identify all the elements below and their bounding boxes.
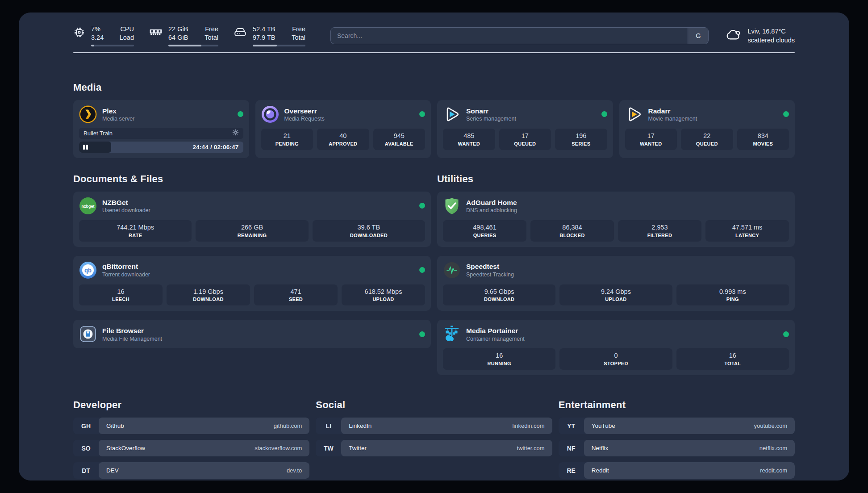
section-title-developer: Developer (73, 399, 309, 411)
app-card-nzbget[interactable]: nzbget NZBGet Usenet downloader 74 (73, 192, 431, 247)
overseerr-icon (261, 105, 279, 123)
stat-value: 16 (678, 351, 787, 360)
bookmark-abbr: DT (73, 462, 99, 479)
memory-values: 22 GiB 64 GiB (168, 25, 188, 42)
stat-value: 9.65 Gbps (445, 288, 554, 296)
plex-now-playing: Bullet Train 24:44 / 02:06:4 (79, 128, 243, 153)
disk-total-label: Total (292, 33, 305, 42)
status-online-dot (419, 111, 425, 117)
stat-value: 945 (375, 132, 424, 140)
app-description: Media server (102, 116, 134, 122)
stat-label: PENDING (263, 141, 312, 146)
stat-box: 471 SEED (254, 284, 338, 306)
bookmark-name: Netflix (592, 445, 609, 451)
app-card-sonarr[interactable]: Sonarr Series management 485 WANTED 17 Q… (437, 100, 613, 158)
status-online-dot (238, 111, 243, 117)
bookmark-reddit[interactable]: RE Reddit reddit.com (559, 462, 795, 479)
stat-box: 1.19 Gbps DOWNLOAD (167, 284, 250, 306)
app-description: Series management (466, 116, 516, 122)
app-stats: 21 PENDING 40 APPROVED 945 AVAILABLE (261, 129, 426, 150)
cpu-stat-widget: 7% 3.24 CPU Load (73, 25, 134, 46)
bookmark-abbr: NF (559, 440, 584, 456)
app-name: Sonarr (466, 107, 516, 115)
stat-box: 40 APPROVED (317, 129, 369, 150)
app-card-adguard[interactable]: AdGuard Home DNS and adblocking 498,461 … (437, 192, 795, 247)
stat-value: 834 (739, 132, 788, 140)
app-name: NZBGet (102, 198, 150, 207)
bookmark-github[interactable]: GH Github github.com (73, 418, 309, 434)
stat-value: 266 GB (197, 223, 306, 232)
status-online-dot (783, 331, 789, 337)
weather-widget: Lviv, 16.87°C scattered clouds (725, 27, 795, 45)
app-card-filebrowser[interactable]: File Browser Media File Management (73, 320, 431, 348)
bookmark-dev[interactable]: DT DEV dev.to (73, 462, 309, 479)
qbittorrent-icon: qb (79, 261, 97, 279)
bookmark-netflix[interactable]: NF Netflix netflix.com (559, 440, 795, 456)
section-title-media: Media (73, 82, 795, 93)
app-card-speedtest[interactable]: Speedtest Speedtest Tracking 9.65 Gbps D… (437, 256, 795, 311)
section-title-social: Social (316, 399, 552, 411)
stat-label: QUEUED (683, 141, 731, 146)
radarr-icon (625, 105, 643, 123)
section-title-documents: Documents & Files (73, 173, 431, 185)
stat-box: 16 RUNNING (443, 348, 555, 370)
stat-label: RUNNING (445, 361, 554, 366)
search-input[interactable] (331, 28, 688, 44)
app-description: Movie management (648, 116, 697, 122)
disk-values: 52.4 TB 97.9 TB (253, 25, 275, 42)
search-engine-button[interactable]: G (688, 28, 708, 44)
settings-gear-icon[interactable] (232, 129, 239, 137)
hard-drive-icon (234, 25, 247, 38)
app-description: Speedtest Tracking (466, 272, 514, 278)
top-bar: 7% 3.24 CPU Load (73, 13, 795, 46)
status-online-dot (419, 267, 425, 273)
stat-label: FILTERED (620, 233, 700, 238)
app-card-plex[interactable]: Plex Media server Bullet Train (73, 100, 249, 158)
disk-free-label: Free (292, 25, 305, 33)
stat-label: DOWNLOADED (314, 233, 423, 238)
stat-box: 86,384 BLOCKED (530, 220, 614, 242)
bookmark-url: youtube.com (754, 422, 787, 429)
bookmark-name: Github (106, 422, 124, 429)
bookmark-youtube[interactable]: YT YouTube youtube.com (559, 418, 795, 434)
stat-value: 471 (256, 288, 336, 296)
stat-value: 0.993 ms (678, 288, 787, 296)
bookmark-abbr: YT (559, 418, 584, 434)
bookmark-url: linkedin.com (512, 422, 544, 429)
stat-box: 618.52 Mbps UPLOAD (342, 284, 425, 306)
bookmark-twitter[interactable]: TW Twitter twitter.com (316, 440, 552, 456)
stat-value: 16 (445, 351, 554, 360)
header-divider (73, 52, 795, 53)
bookmark-group-entertainment: Entertainment YT YouTube youtube.com NF … (559, 399, 795, 480)
bookmark-linkedin[interactable]: LI LinkedIn linkedin.com (316, 418, 552, 434)
stat-label: UPLOAD (561, 297, 670, 302)
app-card-qbittorrent[interactable]: qb qBittorrent Torrent downloader (73, 256, 431, 311)
cpu-values: 7% 3.24 (91, 25, 104, 42)
stat-value: 485 (445, 132, 493, 140)
stat-label: APPROVED (319, 141, 367, 146)
bookmark-stackoverflow[interactable]: SO StackOverflow stackoverflow.com (73, 440, 309, 456)
portainer-crane-icon (443, 325, 461, 343)
stat-box: 16 LEECH (79, 284, 163, 306)
app-card-portainer[interactable]: Media Portainer Container management 16 … (437, 320, 795, 375)
pause-icon[interactable] (83, 145, 88, 150)
app-stats: 9.65 Gbps DOWNLOAD 9.24 Gbps UPLOAD 0.99… (443, 284, 789, 306)
stat-value: 16 (81, 288, 161, 296)
app-card-overseerr[interactable]: Overseerr Media Requests 21 PENDING 40 A… (255, 100, 431, 158)
stat-box: 16 TOTAL (676, 348, 789, 370)
bookmark-name: Reddit (592, 467, 609, 474)
adguard-shield-icon (443, 197, 461, 215)
stat-label: SEED (256, 297, 336, 302)
app-name: Radarr (648, 107, 697, 115)
stat-box: 22 QUEUED (681, 129, 733, 150)
stat-box: 834 MOVIES (737, 129, 789, 150)
cpu-usage-label: CPU (120, 25, 134, 33)
section-title-entertainment: Entertainment (559, 399, 795, 411)
bookmark-abbr: TW (316, 440, 341, 456)
bookmark-group-developer: Developer GH Github github.com SO StackO… (73, 399, 309, 480)
stat-box: 39.6 TB DOWNLOADED (313, 220, 425, 242)
playback-progress-bar[interactable]: 24:44 / 02:06:47 (79, 142, 243, 153)
stat-box: 0.993 ms PING (676, 284, 789, 306)
app-card-radarr[interactable]: Radarr Movie management 17 WANTED 22 QUE… (619, 100, 795, 158)
bookmark-abbr: LI (316, 418, 341, 434)
